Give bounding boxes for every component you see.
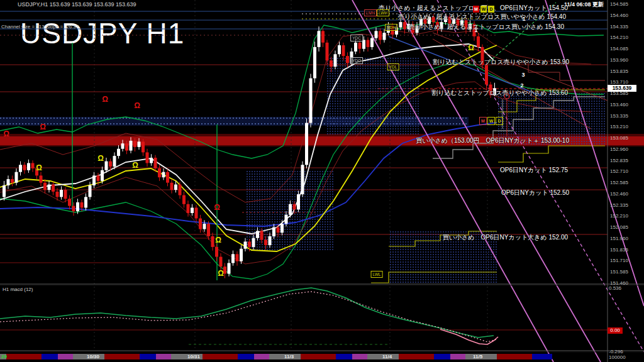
session-bar bbox=[0, 354, 552, 359]
candle-body bbox=[162, 172, 165, 178]
candle-body bbox=[228, 263, 231, 274]
session-segment bbox=[203, 354, 238, 359]
red-diag-1 bbox=[433, 33, 608, 101]
candle-body bbox=[448, 17, 452, 24]
candle-body bbox=[60, 190, 63, 197]
candle-body bbox=[485, 65, 488, 84]
candle-body bbox=[342, 45, 345, 56]
candle-body bbox=[403, 22, 406, 29]
candle-body bbox=[187, 204, 190, 213]
chart-canvas[interactable] bbox=[0, 0, 644, 362]
candle-body bbox=[416, 26, 419, 33]
candle-body bbox=[158, 168, 161, 177]
candle-body bbox=[473, 24, 476, 36]
candle-body bbox=[481, 47, 484, 65]
candle-body bbox=[125, 143, 128, 150]
candle-body bbox=[236, 254, 239, 261]
candle-body bbox=[301, 165, 304, 194]
candle-body bbox=[240, 249, 243, 261]
candle-body bbox=[130, 141, 133, 151]
session-segment bbox=[104, 354, 140, 359]
trendline-2 bbox=[393, 0, 601, 362]
trendline-1 bbox=[352, 0, 553, 362]
session-segment bbox=[73, 354, 104, 359]
candle-body bbox=[146, 152, 149, 163]
session-segment bbox=[399, 354, 434, 359]
candle-body bbox=[493, 88, 496, 95]
candle-body bbox=[182, 195, 186, 204]
candle-body bbox=[252, 238, 255, 247]
candle-body bbox=[375, 31, 378, 38]
session-segment bbox=[301, 354, 336, 359]
candle-body bbox=[191, 207, 194, 213]
session-segment bbox=[434, 354, 450, 359]
candle-body bbox=[101, 170, 104, 181]
candle-body bbox=[72, 206, 75, 212]
candle-body bbox=[383, 33, 386, 40]
candle-body bbox=[48, 185, 51, 190]
candle-body bbox=[326, 43, 329, 60]
candle-body bbox=[370, 38, 374, 47]
candle-body bbox=[121, 143, 125, 149]
session-segment bbox=[367, 354, 399, 359]
candle-body bbox=[150, 158, 153, 163]
candle-body bbox=[92, 175, 96, 185]
candle-body bbox=[362, 40, 365, 49]
candle-body bbox=[43, 183, 47, 190]
candle-body bbox=[280, 224, 284, 233]
candle-body bbox=[313, 47, 316, 79]
candle-body bbox=[7, 179, 10, 185]
candle-body bbox=[27, 163, 30, 170]
candle-body bbox=[297, 194, 300, 209]
candle-body bbox=[428, 17, 431, 24]
kumo-dots bbox=[389, 231, 497, 284]
session-segment bbox=[465, 354, 497, 359]
candle-body bbox=[321, 31, 325, 42]
candle-body bbox=[477, 36, 480, 47]
candle-body bbox=[305, 123, 308, 165]
candle-body bbox=[465, 20, 468, 29]
candle-body bbox=[133, 141, 136, 147]
candle-body bbox=[170, 183, 174, 190]
candle-body bbox=[207, 224, 210, 236]
session-segment bbox=[497, 354, 532, 359]
candle-body bbox=[23, 165, 26, 170]
candle-body bbox=[489, 85, 492, 96]
candle-body bbox=[387, 26, 390, 33]
candle-body bbox=[142, 141, 145, 152]
candle-body bbox=[76, 202, 79, 211]
candle-body bbox=[179, 185, 182, 195]
candle-body bbox=[330, 60, 333, 67]
candle-body bbox=[105, 162, 108, 170]
candle-body bbox=[11, 179, 14, 183]
candle-body bbox=[80, 202, 84, 208]
candle-body bbox=[358, 43, 362, 49]
candle-body bbox=[244, 241, 247, 248]
session-segment bbox=[352, 354, 367, 359]
candle-body bbox=[272, 228, 275, 236]
candle-body bbox=[35, 168, 38, 175]
candle-body bbox=[277, 228, 280, 233]
candle-body bbox=[223, 266, 226, 273]
candle-body bbox=[346, 56, 349, 63]
session-segment bbox=[156, 354, 171, 359]
macd-hook bbox=[440, 329, 498, 344]
candle-body bbox=[260, 231, 264, 239]
candle-body bbox=[248, 241, 251, 247]
candle-body bbox=[469, 24, 472, 30]
session-segment bbox=[450, 354, 465, 359]
candle-body bbox=[117, 149, 120, 156]
session-segment bbox=[254, 354, 269, 359]
candle-body bbox=[231, 254, 235, 263]
candle-body bbox=[452, 18, 455, 24]
chart-window[interactable]: USDJPY H1 USDJPY,H1 153.639 153.639 153.… bbox=[0, 0, 644, 362]
candle-body bbox=[440, 22, 443, 29]
candle-body bbox=[444, 17, 447, 23]
candle-body bbox=[3, 185, 6, 197]
candle-body bbox=[285, 215, 288, 224]
candle-body bbox=[138, 141, 141, 147]
candle-body bbox=[391, 26, 394, 35]
candle-body bbox=[408, 24, 411, 30]
candle-body bbox=[419, 18, 423, 25]
session-segment bbox=[58, 354, 73, 359]
